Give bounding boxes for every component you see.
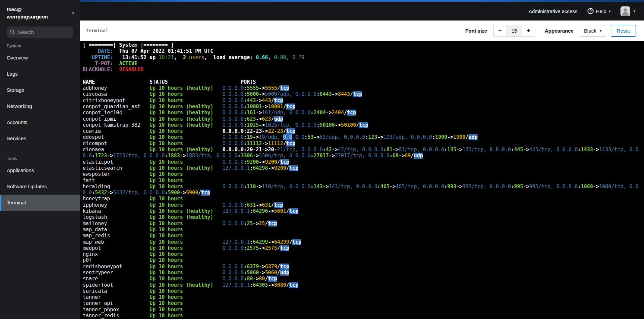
font-size-decrease-button[interactable]: −	[493, 25, 507, 37]
terminal-line: cowrie Up 10 hours 0.0.0.0:22-23->22-23/…	[83, 128, 644, 134]
sidebar-item-storage[interactable]: Storage	[0, 82, 80, 98]
sidebar: tsec@ worryingsurgeon ▾ System Overview …	[0, 0, 80, 319]
terminal-toolbar: Terminal Font size − 15 + Appearance Bla…	[80, 21, 644, 41]
terminal-output: [ ========| System |======== ] DATE: Thu…	[83, 42, 644, 319]
sidebar-item-networking[interactable]: Networking	[0, 98, 80, 114]
terminal-line: tanner_api Up 10 hours	[83, 300, 644, 306]
terminal-line: [ ========| System |======== ]	[83, 42, 644, 48]
session-menu[interactable]: ▾	[620, 6, 635, 16]
terminal-line: 0.0:1723->1723/tcp, 0.0.0.0:1883->1883/t…	[83, 153, 644, 159]
font-size-increase-button[interactable]: +	[522, 25, 535, 37]
reset-button[interactable]: Reset	[611, 25, 636, 37]
sidebar-item-terminal[interactable]: Terminal	[0, 195, 80, 211]
terminal-line: elasticpot Up 10 hours 0.0.0.0:9200->920…	[83, 159, 644, 165]
terminal-line: ciscoasa Up 10 hours 0.0.0.0:5000->5000/…	[83, 91, 644, 97]
terminal-line: tanner_redis Up 10 hours	[83, 313, 644, 319]
terminal-line: medpot Up 10 hours 0.0.0.0:2575->2575/tc…	[83, 245, 644, 251]
chevron-down-icon: ▾	[72, 11, 74, 15]
terminal-line: snare Up 10 hours 0.0.0.0:80->80/tcp	[83, 276, 644, 282]
terminal-line: adbhoney Up 10 hours (healthy) 0.0.0.0:5…	[83, 85, 644, 91]
section-label-system: System	[0, 43, 80, 48]
terminal-line: DATE: Thu 07 Apr 2022 01:41:51 PM UTC	[83, 48, 644, 54]
help-label: Help	[596, 8, 606, 14]
chevron-down-icon: ▾	[609, 9, 611, 13]
page-title: Terminal	[86, 28, 108, 33]
font-size-stepper: − 15 +	[493, 25, 535, 37]
terminal-line: conpot_kamstrup_382 Up 10 hours (healthy…	[83, 122, 644, 128]
user-name: tsec@	[7, 6, 48, 13]
terminal-line: elasticsearch Up 10 hours (healthy) 127.…	[83, 165, 644, 171]
terminal-line: kibana Up 10 hours (healthy) 127.0.0.1:6…	[83, 208, 644, 214]
terminal-line: T-POT: ACTIVE	[83, 61, 644, 67]
font-size-value: 15	[507, 25, 522, 37]
terminal-line: redishoneypot Up 10 hours 0.0.0.0:6379->…	[83, 264, 644, 270]
accent-strip	[80, 0, 644, 2]
chevron-down-icon: ▾	[633, 9, 635, 13]
question-icon: ?	[588, 8, 594, 14]
terminal-line: NAME STATUS PORTS	[83, 79, 644, 85]
terminal-line: BLACKHOLE: DISABLED	[83, 67, 644, 73]
avatar	[620, 6, 630, 16]
search-icon	[10, 30, 15, 35]
cockpit-app: tsec@ worryingsurgeon ▾ System Overview …	[0, 0, 644, 319]
system-nav: Overview Logs Storage Networking Account…	[0, 50, 80, 147]
terminal-line: map_redis Up 10 hours	[83, 233, 644, 239]
terminal-line: tanner_phpox Up 10 hours	[83, 307, 644, 313]
sidebar-item-services[interactable]: Services	[0, 130, 80, 147]
terminal-line: mailoney Up 10 hours 0.0.0.0:25->25/tcp	[83, 221, 644, 227]
terminal-line: p0f Up 10 hours	[83, 257, 644, 263]
terminal-line: conpot_ipmi Up 10 hours (healthy) 0.0.0.…	[83, 116, 644, 122]
terminal-line: ddospot Up 10 hours 0.0.0.0:19->19/udp, …	[83, 134, 644, 140]
terminal-line: conpot_iec104 Up 10 hours (healthy) 0.0.…	[83, 110, 644, 116]
terminal-line: logstash Up 10 hours (healthy)	[83, 214, 644, 220]
sidebar-item-accounts[interactable]: Accounts	[0, 114, 80, 130]
terminal[interactable]: [ ========| System |======== ] DATE: Thu…	[80, 41, 644, 319]
chevron-down-icon: ▾	[600, 29, 602, 33]
user-host-menu[interactable]: tsec@ worryingsurgeon ▾	[0, 0, 80, 25]
sidebar-item-logs[interactable]: Logs	[0, 66, 80, 82]
administrative-access-button[interactable]: Administrative access	[529, 8, 577, 14]
terminal-line: conpot_guardian_ast Up 10 hours (healthy…	[83, 104, 644, 110]
terminal-line: fatt Up 10 hours	[83, 177, 644, 184]
terminal-line: dicompot Up 10 hours 0.0.0.0:11112->1111…	[83, 141, 644, 147]
section-label-tools: Tools	[0, 156, 80, 161]
terminal-line: UPTIME: 13:41:52 up 10:21, 2 users, load…	[83, 54, 644, 61]
terminal-line: heralding Up 10 hours 0.0.0.0:110->110/t…	[83, 184, 644, 190]
sidebar-item-overview[interactable]: Overview	[0, 50, 80, 66]
terminal-line	[83, 73, 644, 79]
terminal-line: map_data Up 10 hours	[83, 227, 644, 233]
tools-nav: Applications Software Updates Terminal	[0, 162, 80, 211]
masthead: Administrative access ? Help ▾ ▾	[80, 0, 644, 21]
appearance-value: Black	[584, 28, 597, 34]
appearance-label: Appearance	[545, 28, 574, 34]
terminal-line: suricata Up 10 hours	[83, 288, 644, 294]
appearance-select[interactable]: Black ▾	[580, 25, 606, 37]
terminal-line: citrixhoneypot Up 10 hours 0.0.0.0:443->…	[83, 97, 644, 104]
terminal-line: map_web Up 10 hours 127.0.0.1:64299->642…	[83, 239, 644, 245]
host-name: worryingsurgeon	[7, 13, 48, 21]
terminal-line: sentrypeer Up 10 hours 0.0.0.0:5060->506…	[83, 270, 644, 276]
sidebar-item-applications[interactable]: Applications	[0, 162, 80, 178]
help-menu[interactable]: ? Help ▾	[588, 8, 610, 14]
terminal-line: tanner Up 10 hours	[83, 294, 644, 300]
terminal-line: ewsposter Up 10 hours	[83, 171, 644, 177]
terminal-line: honeytrap Up 10 hours	[83, 196, 644, 202]
search-box	[7, 27, 73, 38]
search-input[interactable]	[18, 29, 70, 35]
terminal-line: ipphoney Up 10 hours 0.0.0.0:631->631/tc…	[83, 202, 644, 208]
terminal-line: 0.0:5432->5432/tcp, 0.0.0.0:5900->5900/t…	[83, 190, 644, 196]
font-size-label: Font size	[465, 28, 487, 34]
sidebar-item-software-updates[interactable]: Software Updates	[0, 178, 80, 195]
terminal-line: nginx Up 10 hours	[83, 251, 644, 257]
terminal-line: dionaea Up 10 hours (healthy) 0.0.0.0:20…	[83, 147, 644, 153]
terminal-line: spiderfoot Up 10 hours (healthy) 127.0.0…	[83, 282, 644, 288]
